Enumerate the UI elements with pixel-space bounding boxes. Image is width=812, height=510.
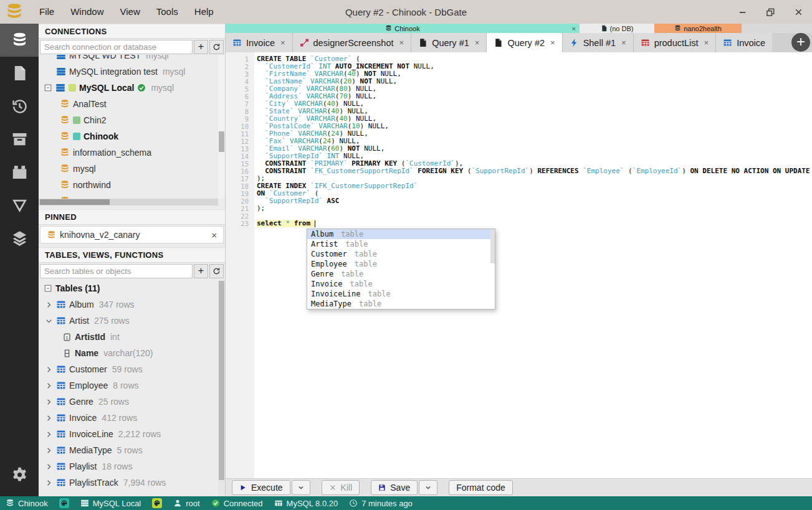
connection-item-information-schema[interactable]: information_schema [39,144,225,161]
file-icon [601,25,608,32]
format-code-button[interactable]: Format code [449,480,513,495]
close-tab-icon[interactable]: × [550,38,555,47]
autocomplete-item-invoiceline[interactable]: InvoiceLinetable [307,289,495,299]
line-number: 9 [226,115,249,123]
tab-group-label: (no DB) [610,25,634,32]
menu-tools[interactable]: Tools [148,0,186,24]
refresh-connections-button[interactable] [209,40,224,54]
table-item-mediatype[interactable]: MediaType5 rows [39,442,225,458]
line-number: 22 [226,212,249,220]
menu-window[interactable]: Window [62,0,112,24]
activity-file-icon[interactable] [0,57,39,90]
suggestion-name: InvoiceLine [311,289,360,299]
activity-settings-gear-icon[interactable] [0,458,39,491]
activity-filter-icon[interactable] [0,189,39,222]
server-color-chip[interactable] [152,498,162,508]
status-server[interactable]: MySQL Local [80,499,141,508]
tab-query-2[interactable]: Query #2× [487,33,562,52]
connection-item-northwind[interactable]: northwind [39,177,225,193]
column-item-artistid[interactable]: 1ArtistIdint [39,329,225,345]
connection-label: MySQL integration test [69,67,158,77]
status-connected: Connected [211,499,263,508]
autocomplete-item-employee[interactable]: Employeetable [307,259,495,269]
activity-archive-icon[interactable] [0,123,39,156]
pinned-item[interactable]: knihovna_v2_canary × [40,226,224,243]
menu-help[interactable]: Help [186,0,222,24]
line-number: 11 [226,130,249,138]
connections-vertical-scrollbar[interactable] [218,55,225,199]
tab-productlist[interactable]: productList× [634,33,717,52]
execute-button[interactable]: Execute [232,480,290,495]
save-button[interactable]: Save [371,480,418,495]
add-connection-button[interactable]: + [194,40,208,54]
tab-invoice[interactable]: Invoice× [226,33,293,52]
add-table-button[interactable]: + [194,264,208,278]
autocomplete-item-invoice[interactable]: Invoicetable [307,279,495,289]
chevron-right-icon [45,398,53,406]
tables-root[interactable]: Tables (11) [39,280,225,296]
restore-icon[interactable] [766,7,775,17]
autocomplete-item-album[interactable]: Albumtable [307,229,495,239]
database-color-chip[interactable] [59,498,69,508]
tables-vertical-scrollbar[interactable] [218,280,225,496]
table-item-playlist[interactable]: Playlist18 rows [39,458,225,475]
table-item-customer[interactable]: Customer59 rows [39,361,225,377]
table-item-genre[interactable]: Genre25 rows [39,394,225,410]
autocomplete-item-artist[interactable]: Artisttable [307,239,495,249]
tab-invoice[interactable]: Invoice [716,33,772,52]
tab-query-1[interactable]: Query #1× [411,33,487,52]
connection-item-mysql-wd-test[interactable]: MYSQL WD TESTmysql [39,55,225,64]
close-tab-icon[interactable]: × [280,38,285,47]
connection-item-chin2[interactable]: Chin2 [39,112,225,128]
tab-group-label: nano2health [684,25,722,32]
tab-designerscreenshot[interactable]: designerScreenshot× [293,33,412,52]
sql-editor[interactable]: 1234567891011121314151617181920212223 CR… [226,52,812,478]
connection-item-mysql[interactable]: mysql [39,161,225,177]
close-tab-icon[interactable]: × [704,38,709,47]
version-grid-icon [274,499,283,508]
save-dropdown-button[interactable] [419,480,437,495]
database-icon [60,99,70,109]
tab-group-no-db[interactable]: (no DB) [580,24,654,33]
table-item-employee[interactable]: Employee8 rows [39,377,225,394]
activity-layers-icon[interactable] [0,222,39,255]
tab-group-chinook[interactable]: Chinook× [226,24,580,33]
close-tab-icon[interactable]: × [475,38,480,47]
activity-database-icon[interactable] [0,24,39,57]
connection-item-mysql-local[interactable]: MySQL Localmysql [39,80,225,96]
new-tab-button[interactable]: + [791,33,810,52]
chevron-down-icon [298,484,304,491]
unpin-close-icon[interactable]: × [211,230,217,240]
minimize-icon[interactable] [738,7,747,17]
tables-search-input[interactable] [40,264,193,278]
status-database[interactable]: Chinook [6,499,48,508]
table-item-invoice[interactable]: Invoice412 rows [39,410,225,426]
table-item-album[interactable]: Album347 rows [39,296,225,313]
close-tab-icon[interactable]: × [621,38,626,47]
autocomplete-scrollbar[interactable] [490,229,495,263]
execute-dropdown-button[interactable] [292,480,310,495]
tab-group-nano2health[interactable]: nano2health [654,24,742,33]
connections-horizontal-scrollbar[interactable] [39,199,218,205]
table-name: Invoice [69,413,97,423]
connection-item-mysql-integration-test[interactable]: MySQL integration testmysql [39,64,225,80]
close-group-icon[interactable]: × [572,25,576,32]
refresh-tables-button[interactable] [209,264,224,278]
autocomplete-item-genre[interactable]: Genretable [307,269,495,279]
activity-plugin-icon[interactable] [0,156,39,189]
connections-search-input[interactable] [40,40,193,54]
autocomplete-item-customer[interactable]: Customertable [307,249,495,259]
menu-file[interactable]: File [31,0,62,24]
connection-item-analtest[interactable]: AnalTest [39,96,225,112]
table-item-playlisttrack[interactable]: PlaylistTrack7,994 rows [39,475,225,491]
activity-history-icon[interactable] [0,90,39,123]
table-item-artist[interactable]: Artist275 rows [39,313,225,329]
autocomplete-item-mediatype[interactable]: MediaTypetable [307,299,495,309]
close-icon[interactable] [794,7,803,17]
menu-view[interactable]: View [112,0,148,24]
connection-item-chinook[interactable]: Chinook [39,128,225,144]
close-tab-icon[interactable]: × [399,38,404,47]
column-item-name[interactable]: Namevarchar(120) [39,345,225,361]
table-item-invoiceline[interactable]: InvoiceLine2,212 rows [39,426,225,442]
tab-shell-1[interactable]: Shell #1× [563,33,634,52]
